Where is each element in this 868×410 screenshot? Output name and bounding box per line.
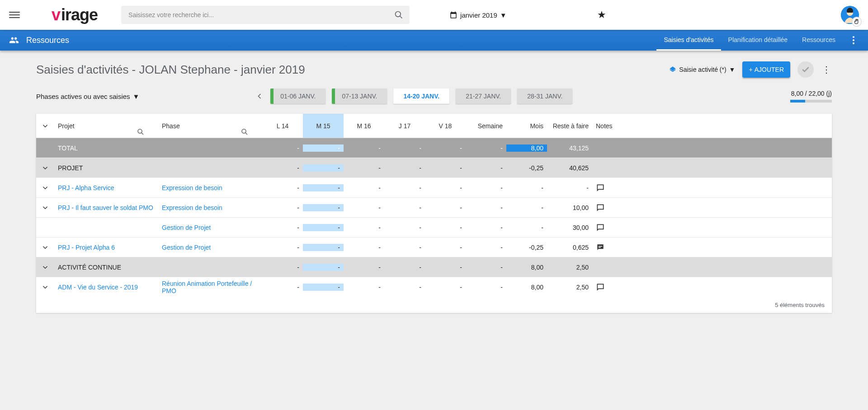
cell-day[interactable]: -: [262, 244, 303, 251]
cell-day[interactable]: -: [344, 144, 384, 152]
add-button[interactable]: + AJOUTER: [742, 61, 790, 78]
cell-day[interactable]: -: [262, 184, 303, 191]
cell-day[interactable]: -: [344, 284, 384, 291]
cell-day[interactable]: -: [303, 224, 344, 231]
chat-icon[interactable]: [596, 183, 605, 192]
chat-icon[interactable]: [596, 203, 605, 212]
row-expander[interactable]: [41, 164, 49, 172]
week-pill-2[interactable]: 14-20 JANV.: [393, 89, 449, 104]
phase-link[interactable]: Gestion de Projet: [162, 224, 211, 231]
chevron-down-icon: ▼: [500, 11, 507, 19]
search-icon: [394, 10, 403, 19]
cell-day[interactable]: -: [425, 184, 466, 191]
month-picker[interactable]: janvier 2019 ▼: [449, 11, 507, 19]
cell-day[interactable]: -: [344, 244, 384, 251]
col-month: Mois: [506, 114, 547, 138]
cell-day[interactable]: -: [262, 164, 303, 172]
project-link[interactable]: PRJ - Il faut sauver le soldat PMO: [58, 204, 153, 211]
cell-day[interactable]: -: [303, 184, 344, 191]
cell-day[interactable]: -: [344, 264, 384, 271]
row-expander[interactable]: [41, 243, 49, 252]
cell-day[interactable]: -: [384, 204, 425, 211]
cell-day[interactable]: -: [303, 244, 344, 251]
cell-day[interactable]: -: [384, 144, 425, 152]
cell-day[interactable]: -: [384, 224, 425, 231]
project-link[interactable]: PRJ - Projet Alpha 6: [58, 244, 115, 251]
svg-line-10: [245, 133, 248, 135]
nav-tab-2[interactable]: Ressources: [795, 30, 843, 51]
cell-day[interactable]: -: [425, 244, 466, 251]
row-expander[interactable]: [41, 263, 49, 271]
chat-icon[interactable]: [596, 283, 605, 292]
cell-day[interactable]: -: [344, 204, 384, 211]
week-pill-3[interactable]: 21-27 JANV.: [456, 89, 511, 104]
cell-day[interactable]: -: [384, 264, 425, 271]
cell-day[interactable]: -: [425, 284, 466, 291]
col-day-3: J 17: [384, 114, 425, 138]
row-expander[interactable]: [41, 283, 49, 291]
expand-all-toggle[interactable]: [41, 122, 49, 130]
col-project: Projet: [58, 122, 75, 130]
cell-day[interactable]: -: [262, 264, 303, 271]
prev-week-button[interactable]: [255, 92, 264, 101]
row-expander[interactable]: [41, 204, 49, 212]
layers-icon: [669, 66, 676, 73]
row-expander[interactable]: [41, 184, 49, 192]
cell-day[interactable]: -: [425, 264, 466, 271]
search-project-icon[interactable]: [137, 128, 145, 136]
cell-day[interactable]: -: [425, 144, 466, 152]
phase-link[interactable]: Expression de besoin: [162, 184, 222, 191]
group-label: PROJET: [54, 164, 158, 172]
cell-day[interactable]: -: [384, 184, 425, 191]
phase-link[interactable]: Réunion Animation Portefeuille / PMO: [162, 280, 259, 294]
phase-link[interactable]: Gestion de Projet: [162, 244, 211, 251]
week-pill-4[interactable]: 28-31 JANV.: [517, 89, 572, 104]
project-link[interactable]: PRJ - Alpha Service: [58, 184, 114, 191]
chat-filled-icon[interactable]: [596, 243, 605, 252]
main-menu-button[interactable]: [9, 9, 20, 20]
col-week: Semaine: [466, 114, 506, 138]
cell-day[interactable]: -: [344, 184, 384, 191]
validate-button[interactable]: [797, 61, 814, 78]
search-phase-icon[interactable]: [241, 128, 249, 136]
progress-bar: [790, 100, 832, 102]
col-phase: Phase: [162, 122, 180, 130]
cell-day[interactable]: -: [303, 164, 344, 172]
cell-day[interactable]: -: [344, 164, 384, 172]
nav-more-button[interactable]: [848, 36, 859, 44]
week-pill-1[interactable]: 07-13 JANV.: [332, 89, 387, 104]
cell-day[interactable]: -: [384, 164, 425, 172]
chevron-down-icon: ▼: [729, 66, 736, 73]
cell-day[interactable]: -: [262, 224, 303, 231]
cell-day[interactable]: -: [303, 264, 344, 271]
cell-day[interactable]: -: [262, 204, 303, 211]
cell-day[interactable]: -: [262, 284, 303, 291]
svg-point-4: [853, 36, 854, 38]
project-link[interactable]: ADM - Vie du Service - 2019: [58, 284, 138, 291]
cell-day[interactable]: -: [425, 224, 466, 231]
cell-day[interactable]: -: [425, 164, 466, 172]
cell-day[interactable]: -: [303, 204, 344, 211]
page-more-button[interactable]: ⋮: [821, 64, 832, 75]
week-pill-0[interactable]: 01-06 JANV.: [270, 89, 326, 104]
plus-icon: +: [749, 66, 752, 73]
cell-day[interactable]: -: [425, 204, 466, 211]
view-mode-dropdown[interactable]: Saisie activité (*) ▼: [669, 66, 735, 73]
cell-day[interactable]: -: [384, 244, 425, 251]
phase-link[interactable]: Expression de besoin: [162, 204, 222, 211]
favorite-star-button[interactable]: ★: [597, 9, 606, 21]
cell-day[interactable]: -: [303, 284, 344, 291]
svg-point-5: [853, 39, 854, 41]
grid-footer: 5 éléments trouvés: [36, 297, 832, 313]
col-day-0: L 14: [262, 114, 303, 138]
cell-day[interactable]: -: [262, 144, 303, 152]
search-input[interactable]: [121, 6, 410, 24]
app-logo: virage: [52, 5, 98, 24]
cell-day[interactable]: -: [303, 144, 344, 152]
chat-icon[interactable]: [596, 223, 605, 232]
phase-filter-dropdown[interactable]: Phases actives ou avec saisies ▼: [36, 93, 139, 100]
cell-day[interactable]: -: [344, 224, 384, 231]
nav-tab-1[interactable]: Planification détaillée: [721, 30, 795, 51]
cell-day[interactable]: -: [384, 284, 425, 291]
nav-tab-0[interactable]: Saisies d'activités: [656, 30, 721, 51]
